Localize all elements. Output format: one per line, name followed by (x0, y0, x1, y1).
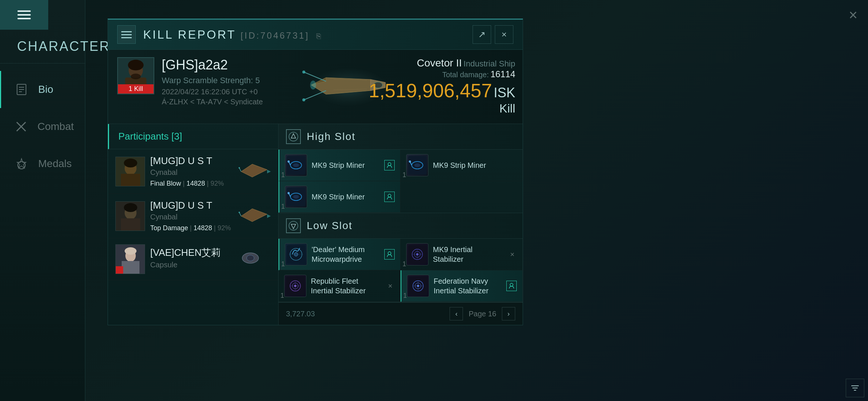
svg-marker-36 (267, 170, 271, 173)
low-slot-section: Low Slot 1 (279, 213, 523, 302)
sidebar-item-medals-label: Medals (38, 158, 72, 170)
modal-header-actions: ↗ × (473, 25, 513, 44)
close-icon-2[interactable]: × (386, 281, 395, 290)
participant-2-ship: Cynabal (150, 213, 232, 221)
low-slot-item-1-name: 'Dealer' Medium Microwarpdrive (312, 245, 380, 264)
high-slot-items: 1 MK9 Strip Miner (279, 150, 523, 213)
equipment-panel: High Slot 1 (279, 124, 523, 325)
svg-point-46 (239, 212, 240, 213)
sidebar-item-combat-label: Combat (37, 121, 74, 133)
ship-name-display: Covetor II Industrial Ship (369, 57, 515, 69)
ship-name-text: Covetor II (417, 57, 462, 69)
ship-type-text: Industrial Ship (464, 59, 515, 68)
svg-point-27 (310, 81, 316, 89)
total-damage-label: Total damage: (442, 71, 489, 79)
modal-header: KILL REPORT [ID:7046731] ⎘ ↗ × (108, 20, 523, 50)
participant-3-name: [VAE]CHEN艾莉 (150, 246, 232, 259)
participant-3-red-badge (116, 266, 123, 274)
sidebar: CHARACTER Bio Combat (0, 0, 85, 401)
participant-3-ship-icon (237, 248, 271, 270)
participant-2-avatar (115, 201, 145, 231)
sidebar-navigation: Bio Combat Medals (0, 63, 85, 190)
kill-type-label: Kill (369, 102, 515, 115)
low-slot-icon (286, 218, 301, 233)
modal-close-button[interactable]: × (495, 25, 513, 44)
prev-page-button[interactable]: ‹ (450, 307, 463, 320)
sidebar-item-combat[interactable]: Combat (0, 108, 85, 145)
participant-1-avatar (115, 157, 145, 186)
participant-1-face (116, 157, 145, 186)
slot-item[interactable]: 1 MK9 In (401, 239, 523, 270)
modal-menu-button[interactable] (117, 25, 136, 44)
low-slot-items: 1 'Dealer' Medium Microwarp (279, 239, 523, 302)
kill-report-modal: KILL REPORT [ID:7046731] ⎘ ↗ × (108, 19, 523, 325)
close-icon-1[interactable]: × (508, 250, 517, 259)
svg-marker-35 (241, 164, 267, 177)
sidebar-item-medals[interactable]: Medals (0, 145, 85, 182)
svg-point-59 (388, 163, 391, 166)
stabilizer-icon-1 (406, 243, 428, 265)
sidebar-menu-button[interactable] (0, 0, 48, 30)
total-damage-value: 16114 (490, 69, 515, 79)
sidebar-item-bio[interactable]: Bio (0, 71, 85, 108)
total-damage-display: Total damage: 16114 (369, 69, 515, 79)
person-icon-fed-navy (506, 281, 517, 291)
participants-title: Participants [3] (118, 131, 182, 142)
modal-title: KILL REPORT [ID:7046731] ⎘ (143, 28, 465, 42)
low-slot-item-4-name: Federation Navy Inertial Stabilizer (434, 276, 502, 296)
isk-display: 1,519,906,457 ISK (369, 79, 515, 102)
slot-item[interactable]: 1 'Dealer' Medium Microwarp (279, 239, 401, 270)
participant-1-ship-icon (237, 160, 271, 183)
svg-point-24 (302, 71, 305, 74)
fed-navy-stabilizer-icon (407, 275, 429, 297)
high-slot-header: High Slot (279, 124, 523, 150)
slot-item[interactable]: 1 MK9 Strip Miner (279, 181, 401, 213)
svg-marker-43 (241, 209, 267, 222)
participant-2-ship-icon (237, 205, 271, 227)
participant-item[interactable]: [MUG]D U S T Cynabal Top Damage | 14828 … (108, 194, 278, 238)
stabilizer-icon-2 (284, 275, 306, 297)
low-slot-title: Low Slot (307, 220, 352, 232)
participant-item[interactable]: [MUG]D U S T Cynabal Final Blow | 14828 … (108, 149, 278, 194)
next-page-button[interactable]: › (502, 307, 515, 320)
slot-item[interactable]: 1 MK9 Strip Miner (279, 150, 401, 181)
modal-copy-icon: ⎘ (316, 32, 322, 40)
svg-point-42 (124, 203, 137, 212)
app-close-button[interactable]: × (842, 4, 864, 26)
svg-point-34 (124, 159, 137, 167)
filter-button[interactable] (846, 379, 864, 397)
slot-item[interactable]: 1 Republ (279, 270, 401, 302)
main-area: × KILL REPORT [ID:7046731] ⎘ ↗ × (85, 0, 868, 401)
modal-id: [ID:7046731] (241, 30, 309, 40)
slot-item[interactable]: 1 MK9 Strip Miner (401, 150, 523, 181)
svg-point-57 (287, 160, 290, 163)
participant-1-name: [MUG]D U S T (150, 155, 232, 167)
low-slot-item-3-name: Republic Fleet Inertial Stabilizer (311, 276, 381, 296)
participant-1-ship: Cynabal (150, 168, 232, 177)
svg-rect-33 (121, 174, 140, 186)
participants-header: Participants [3] (108, 124, 278, 149)
participants-panel: Participants [3] (108, 124, 279, 325)
hamburger-icon (17, 10, 31, 19)
participant-3-avatar (115, 244, 145, 274)
low-slot-header: Low Slot (279, 213, 523, 239)
high-slot-item-1-name: MK9 Strip Miner (312, 160, 380, 170)
participant-item[interactable]: [VAE]CHEN艾莉 Capsule (108, 238, 278, 280)
participant-1-stats: Final Blow | 14828 | 92% (150, 180, 232, 188)
content-area: Participants [3] (108, 124, 523, 325)
svg-point-95 (510, 283, 513, 286)
page-label: Page 16 (468, 310, 496, 318)
participant-2-stats: Top Damage | 14828 | 92% (150, 224, 232, 232)
bottom-bar-value: 3,727.03 (286, 310, 315, 318)
participant-2-face (116, 202, 145, 231)
high-slot-icon (286, 129, 301, 144)
filter-icon (850, 383, 860, 393)
svg-point-26 (302, 98, 305, 101)
svg-point-76 (388, 252, 391, 255)
victim-section: 1 Kill [GHS]a2a2 Warp Scramble Strength:… (108, 50, 523, 124)
svg-point-52 (247, 255, 254, 261)
slot-item[interactable]: 1 Federa (401, 270, 523, 302)
participant-3-info: [VAE]CHEN艾莉 Capsule (150, 246, 232, 272)
pagination: ‹ Page 16 › (450, 307, 515, 320)
modal-export-button[interactable]: ↗ (473, 25, 491, 44)
